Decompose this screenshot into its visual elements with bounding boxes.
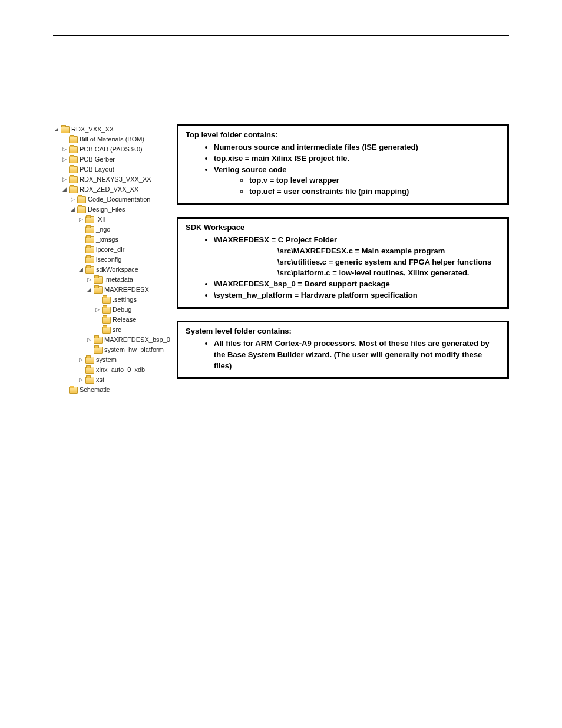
tree-item[interactable]: ▷Debug (94, 305, 171, 315)
tree-item[interactable]: iseconfig (78, 255, 171, 265)
folder-icon (61, 126, 70, 133)
folder-icon (69, 166, 78, 173)
callout-column: Top level folder contains: Numerous sour… (177, 124, 509, 395)
callout-title: SDK Workspace (186, 222, 500, 233)
tree-label: PCB Gerber (80, 154, 115, 164)
tree-item[interactable]: ◢RDX_ZED_VXX_XX (61, 185, 171, 195)
tree-item[interactable]: xlnx_auto_0_xdb (78, 365, 171, 375)
folder-icon (102, 327, 111, 334)
tree-item[interactable]: ◢Design_Files (70, 205, 171, 215)
tree-item[interactable]: ipcore_dir (78, 245, 171, 255)
tree-label: RDX_NEXYS3_VXX_XX (80, 174, 151, 185)
folder-icon (69, 387, 78, 394)
tree-item[interactable]: Schematic (61, 385, 171, 395)
callout-bullet: Numerous source and intermediate files (… (214, 142, 500, 153)
expand-icon: ◢ (70, 205, 75, 215)
collapse-icon: ▷ (78, 355, 84, 365)
tree-label: _xmsgs (96, 235, 118, 245)
content-row: ◢ RDX_VXX_XX Bill of Materials (BOM) ▷PC… (53, 124, 509, 395)
folder-icon (85, 377, 94, 384)
folder-icon (85, 367, 94, 374)
tree-label: .Xil (96, 215, 105, 225)
tree-item[interactable]: src (94, 325, 171, 335)
expand-icon: ◢ (86, 285, 92, 295)
tree-label: sdkWorkspace (96, 265, 138, 275)
callout-bullet: \MAXREFDESX = C Project Folder \src\MAXR… (214, 235, 500, 279)
folder-icon (102, 307, 111, 314)
tree-label: system_hw_platform (104, 345, 164, 355)
folder-icon (85, 246, 94, 253)
tree-item[interactable]: ▷.metadata (86, 275, 171, 285)
tree-label: system (96, 355, 117, 365)
tree-item[interactable]: ▷RDX_NEXYS3_VXX_XX (61, 174, 171, 185)
folder-icon (102, 297, 111, 304)
tree-label: src (113, 325, 121, 335)
tree-item[interactable]: ▷Code_Documentation (70, 195, 171, 205)
tree-label: MAXREFDESX_bsp_0 (104, 335, 170, 345)
collapse-icon: ▷ (86, 335, 92, 345)
collapse-icon: ▷ (78, 375, 84, 385)
collapse-icon: ▷ (78, 215, 84, 225)
tree-label: Debug (113, 305, 131, 315)
tree-item[interactable]: ▷MAXREFDESX_bsp_0 (86, 335, 171, 345)
callout-sdk-workspace: SDK Workspace \MAXREFDESX = C Project Fo… (177, 217, 509, 309)
callout-title: Top level folder contains: (186, 130, 500, 141)
expand-icon: ◢ (78, 265, 84, 275)
folder-icon (94, 337, 103, 344)
callout-bullet: top.xise = main Xilinx ISE project file. (214, 153, 500, 164)
tree-item[interactable]: ▷PCB Gerber (61, 154, 171, 164)
page: ◢ RDX_VXX_XX Bill of Materials (BOM) ▷PC… (0, 0, 562, 728)
tree-item[interactable]: ◢MAXREFDESX (86, 285, 171, 295)
tree-item[interactable]: ▷xst (78, 375, 171, 385)
callout-text: \MAXREFDESX = C Project Folder (214, 235, 337, 244)
tree-item[interactable]: PCB Layout (61, 164, 171, 174)
tree-item[interactable]: ▷PCB CAD (PADS 9.0) (61, 144, 171, 154)
tree-item[interactable]: ▷system (78, 355, 171, 365)
callout-bullet: Verilog source code top.v = top level wr… (214, 164, 500, 198)
tree-item[interactable]: Release (94, 315, 171, 325)
collapse-icon: ▷ (86, 275, 92, 285)
folder-icon (69, 176, 78, 183)
tree-item[interactable]: system_hw_platform (86, 345, 171, 355)
collapse-icon: ▷ (61, 144, 67, 154)
tree-label: Schematic (80, 385, 110, 395)
tree-label: Release (113, 315, 136, 325)
tree-item[interactable]: _ngo (78, 225, 171, 235)
collapse-icon: ▷ (61, 174, 67, 185)
folder-tree: ◢ RDX_VXX_XX Bill of Materials (BOM) ▷PC… (53, 124, 171, 395)
collapse-icon: ▷ (61, 154, 67, 164)
folder-icon (77, 206, 86, 213)
folder-icon (85, 256, 94, 263)
tree-item[interactable]: ▷.Xil (78, 215, 171, 225)
callout-bullet: All files for ARM Cortex-A9 processors. … (214, 338, 500, 372)
tree-label: ipcore_dir (96, 245, 124, 255)
callout-line: \src\utilities.c = generic system and FP… (277, 257, 500, 268)
folder-icon (94, 347, 103, 354)
callout-text: Verilog source code (214, 165, 287, 174)
tree-label: Bill of Materials (BOM) (80, 134, 144, 144)
tree-item[interactable]: .settings (94, 295, 171, 305)
folder-icon (85, 357, 94, 364)
tree-item[interactable]: Bill of Materials (BOM) (61, 134, 171, 144)
tree-label: PCB CAD (PADS 9.0) (80, 144, 143, 154)
folder-icon (69, 136, 78, 143)
tree-label: Code_Documentation (88, 195, 150, 205)
tree-label: iseconfig (96, 255, 121, 265)
collapse-icon: ▷ (70, 195, 75, 205)
tree-label: xst (96, 375, 104, 385)
folder-icon (77, 196, 86, 203)
tree-item[interactable]: _xmsgs (78, 235, 171, 245)
folder-icon (94, 276, 103, 284)
tree-label: MAXREFDESX (104, 285, 149, 295)
callout-system-level: System level folder contains: All files … (177, 321, 509, 379)
tree-label: .settings (113, 295, 137, 305)
callout-line: \src\platform.c = low-level routines, Xi… (277, 268, 500, 279)
tree-label: RDX_VXX_XX (71, 124, 114, 134)
collapse-icon: ▷ (94, 305, 100, 315)
tree-item[interactable]: ◢ RDX_VXX_XX (53, 124, 171, 134)
callout-subbullet: top.ucf = user constraints file (pin map… (249, 186, 500, 197)
tree-item[interactable]: ◢sdkWorkspace (78, 265, 171, 275)
expand-icon: ◢ (61, 185, 67, 195)
folder-icon (69, 186, 78, 193)
callout-title: System level folder contains: (186, 326, 500, 337)
